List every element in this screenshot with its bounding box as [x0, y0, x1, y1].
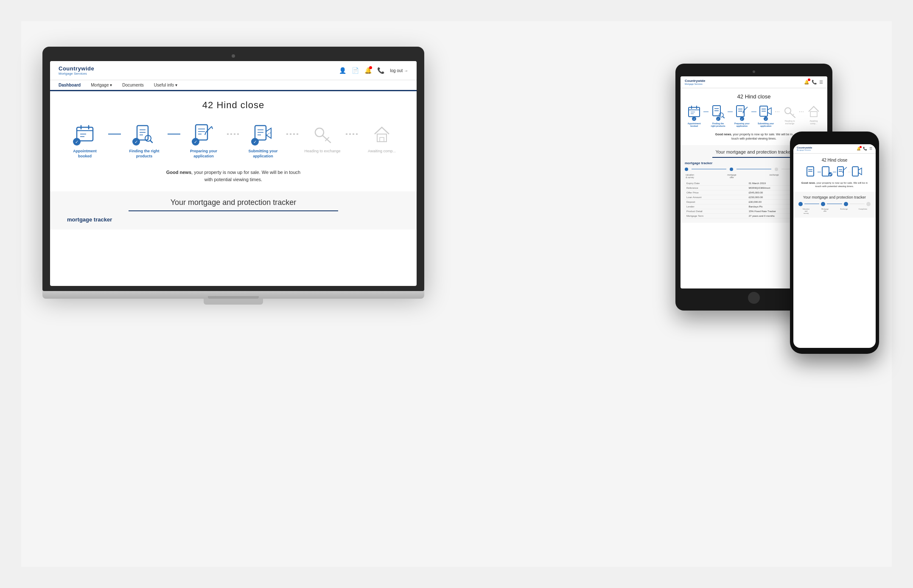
t-step-5-label: Heading toexchange [784, 120, 795, 125]
p-label-1: Valuationandsurvey [798, 208, 815, 214]
p-line-1 [804, 204, 819, 204]
step-submitting-app: ✓ Submitting yourapplication [240, 121, 286, 159]
laptop-stand [204, 299, 263, 305]
t-house-icon [807, 105, 821, 118]
t-conn-3 [751, 112, 756, 112]
t-track-dot-2 [730, 168, 733, 171]
step-5-icon-area [310, 121, 335, 146]
p-submit-icon [851, 166, 863, 178]
t-conn-5 [799, 112, 804, 112]
phone-notch [822, 137, 847, 142]
document-icon[interactable]: 📄 [352, 67, 358, 74]
tablet-phone-icon[interactable]: 📞 [812, 80, 817, 84]
bell-icon[interactable]: 🔔 [364, 67, 371, 74]
tablet-bell-icon[interactable]: 🔔 [804, 80, 809, 84]
phone-tracker-steps [797, 202, 872, 206]
tablet-camera [753, 70, 755, 73]
tracker-title: Your mortgage and protection tracker [59, 198, 408, 207]
p-label-2: Mortgageoffer [817, 208, 834, 214]
t-track-line-2 [737, 169, 771, 169]
step-5-label: Heading to exchange [304, 149, 340, 154]
laptop-body: Countrywide Mortgage Services 👤 📄 🔔 📞 lo… [42, 47, 424, 291]
t-step-1-label: Appointmentbooked [688, 122, 701, 127]
field-label: Lender [685, 204, 747, 209]
field-label: Expiry Date [685, 181, 747, 186]
p-check-icon [821, 166, 833, 178]
svg-rect-30 [380, 137, 384, 142]
t-step-2: ✓ Finding theright products [709, 105, 727, 127]
tablet-tracker-divider [712, 157, 795, 158]
t-step-6: Awaitingcomp... [804, 105, 823, 125]
step-1-label: Appointmentbooked [73, 149, 97, 159]
laptop-header: Countrywide Mortgage Services 👤 📄 🔔 📞 lo… [50, 61, 417, 80]
p-line-3 [850, 204, 865, 204]
t-conn-1 [703, 112, 709, 112]
brand-sub: Mortgage Services [59, 72, 94, 76]
phone-property-title: 42 Hind close [797, 158, 872, 162]
nav-documents[interactable]: Documents [122, 83, 144, 87]
tracker-section: Your mortgage and protection tracker mor… [50, 191, 417, 230]
svg-line-28 [325, 139, 327, 141]
tablet-home-button[interactable] [748, 292, 760, 304]
connector-1 [108, 134, 121, 134]
phone-header: Countrywide Mortgage Services 🔔 📞 ☰ [793, 144, 876, 154]
step-2-check: ✓ [132, 138, 140, 146]
svg-rect-65 [852, 167, 858, 176]
p-doc-icon [806, 166, 818, 178]
nav-mortgage[interactable]: Mortgage ▾ [91, 83, 112, 87]
tablet-menu-icon[interactable]: ☰ [819, 80, 823, 84]
key-icon [312, 123, 333, 144]
laptop-screen: Countrywide Mortgage Services 👤 📄 🔔 📞 lo… [50, 61, 417, 286]
step-awaiting-completion: Awaiting comp... [358, 121, 405, 154]
t-key-icon [783, 105, 796, 118]
step-2-label: Finding the rightproducts [129, 149, 160, 159]
step-heading-exchange: Heading to exchange [299, 121, 346, 154]
tablet-brand: Countrywide Mortgage Services [685, 79, 705, 85]
phone-phone-icon[interactable]: 📞 [863, 147, 867, 151]
laptop-main: 42 Hind close [50, 91, 417, 238]
logout-button[interactable]: log out → [390, 68, 408, 73]
nav-usefulinfo[interactable]: Useful info ▾ [154, 83, 177, 87]
p-line-2 [827, 204, 842, 204]
nav-dashboard[interactable]: Dashboard [59, 83, 81, 87]
svg-line-18 [205, 132, 206, 135]
step-2-icon-area: ✓ [132, 121, 157, 146]
step-6-icon-area [369, 121, 395, 146]
step-6-label: Awaiting comp... [368, 149, 396, 154]
field-label: Product Detail [685, 209, 747, 213]
brand-name: Countrywide [59, 65, 94, 72]
phone-brand: Countrywide Mortgage Services [797, 146, 812, 151]
tablet-good-news: Good news, your property is now up for s… [711, 132, 796, 141]
steps-row: ✓ Appointmentbooked [59, 121, 408, 159]
t-track-dot-3 [775, 168, 778, 171]
svg-line-46 [743, 111, 744, 113]
svg-rect-6 [137, 126, 148, 140]
field-label: Mortgage Term [685, 213, 747, 218]
svg-rect-29 [377, 134, 386, 142]
step-3-label: Preparing yourapplication [190, 149, 217, 159]
p-conn-3 [848, 172, 851, 172]
p-label-3: Exchange [835, 208, 852, 214]
t-step-4-check: ✓ [764, 117, 768, 121]
laptop-camera [232, 54, 235, 58]
p-step-4 [851, 166, 863, 178]
step-3-check: ✓ [192, 138, 199, 146]
mortgage-tracker-label: mortgage tracker [59, 216, 408, 223]
step-appointment-booked: ✓ Appointmentbooked [62, 121, 108, 159]
user-icon[interactable]: 👤 [339, 67, 346, 74]
phone-good-news: Good news, your property is now up for s… [798, 181, 871, 188]
step-preparing-app: ✓ Preparing yourapplication [180, 121, 227, 159]
phone-track-labels: Valuationandsurvey Mortgageoffer Exchang… [797, 208, 872, 214]
laptop-device: Countrywide Mortgage Services 👤 📄 🔔 📞 lo… [42, 47, 424, 305]
phone-menu-icon[interactable]: ☰ [869, 147, 872, 151]
svg-rect-58 [822, 167, 829, 176]
step-4-icon-area: ✓ [250, 121, 276, 146]
svg-point-25 [315, 128, 324, 137]
tablet-steps: ✓ Appointmentbooked [685, 105, 823, 127]
property-title: 42 Hind close [59, 100, 408, 111]
phone-bell-icon[interactable]: 🔔 [857, 147, 861, 151]
phone-icon[interactable]: 📞 [377, 67, 384, 74]
p-dot-4 [866, 202, 871, 206]
step-1-check: ✓ [73, 138, 81, 146]
phone-main: 42 Hind close [793, 154, 876, 222]
